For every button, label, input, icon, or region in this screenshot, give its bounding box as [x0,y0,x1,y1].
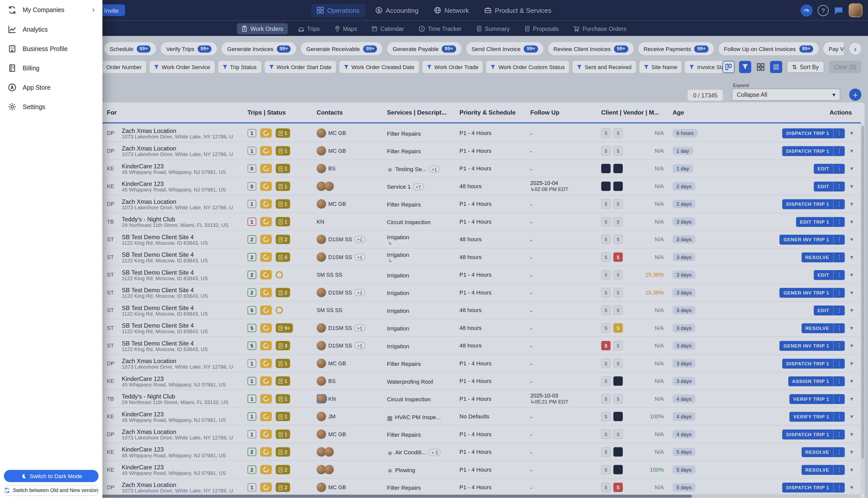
app-root: Invite Operations Accounting Network Pro… [0,0,868,498]
analytics-chart-icon [8,25,16,34]
app-store-icon [8,83,16,91]
sidebar-item-analytics[interactable]: Analytics [0,19,103,39]
sidebar-item-my-companies[interactable]: My Companies › [0,0,103,19]
backdrop-overlay[interactable] [0,0,868,498]
billing-book-icon [8,63,16,72]
version-sync-icon [4,488,10,493]
chevron-right-icon: › [92,5,95,14]
companies-sync-icon [8,5,16,14]
sidebar-item-settings[interactable]: Settings [0,97,103,116]
sidebar-item-billing[interactable]: Billing [0,58,103,77]
switch-version-button[interactable]: Switch between Old and New version [4,485,98,496]
account-sidebar-menu: My Companies › Analytics Business Profil… [0,0,103,498]
switch-dark-mode-button[interactable]: Switch to Dark Mode [4,470,98,482]
sidebar-item-app-store[interactable]: App Store [0,77,103,97]
building-icon [8,44,16,53]
sidebar-footer: Switch to Dark Mode Switch between Old a… [4,470,98,496]
sidebar-item-business-profile[interactable]: Business Profile [0,39,103,58]
gear-icon [8,102,16,111]
moon-icon [20,473,26,479]
